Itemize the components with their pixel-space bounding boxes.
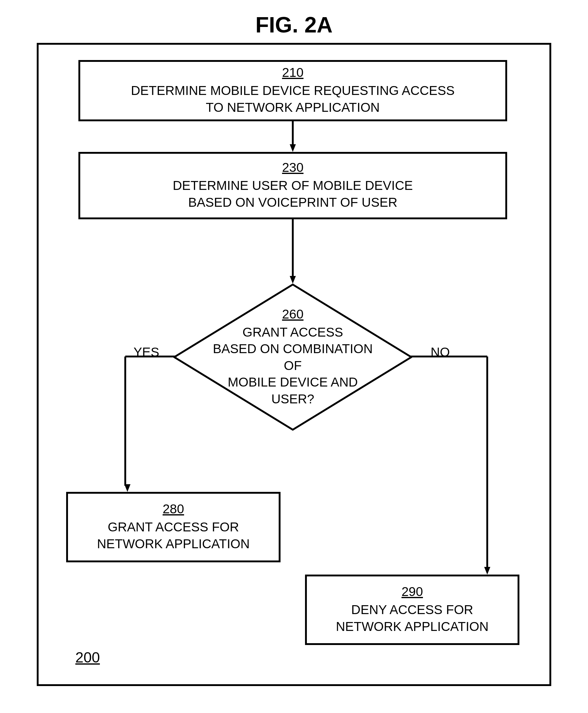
figure-title: FIG. 2A: [255, 12, 333, 37]
box-text: DETERMINE MOBILE DEVICE REQUESTING ACCES…: [131, 82, 455, 116]
box-text: GRANT ACCESS FORNETWORK APPLICATION: [97, 519, 250, 552]
box-text: DENY ACCESS FORNETWORK APPLICATION: [336, 602, 489, 635]
arrow-210-to-230: [290, 121, 296, 152]
svg-marker-10: [484, 567, 490, 574]
process-box-290: 290 DENY ACCESS FORNETWORK APPLICATION: [305, 574, 519, 645]
arrow-230-to-260: [290, 219, 296, 284]
process-box-280: 280 GRANT ACCESS FORNETWORK APPLICATION: [66, 492, 280, 562]
arrow-260-yes-to-280: [124, 356, 176, 492]
svg-marker-3: [290, 276, 296, 284]
process-box-210: 210 DETERMINE MOBILE DEVICE REQUESTING A…: [78, 60, 507, 121]
box-text: DETERMINE USER OF MOBILE DEVICEBASED ON …: [173, 177, 413, 211]
box-ref: 260: [282, 307, 303, 321]
box-ref: 230: [282, 160, 303, 175]
figure-reference-number: 200: [75, 649, 100, 666]
flowchart-frame: 210 DETERMINE MOBILE DEVICE REQUESTING A…: [37, 43, 551, 686]
svg-marker-1: [290, 144, 296, 152]
decision-box-260: 260 GRANT ACCESSBASED ON COMBINATION OFM…: [173, 284, 412, 431]
box-ref: 290: [401, 584, 423, 599]
svg-marker-7: [124, 484, 130, 492]
box-ref: 280: [163, 502, 184, 516]
box-text: GRANT ACCESSBASED ON COMBINATION OFMOBIL…: [210, 324, 376, 408]
arrow-260-no-to-290: [411, 356, 490, 574]
box-ref: 210: [282, 65, 303, 80]
process-box-230: 230 DETERMINE USER OF MOBILE DEVICEBASED…: [78, 152, 507, 219]
